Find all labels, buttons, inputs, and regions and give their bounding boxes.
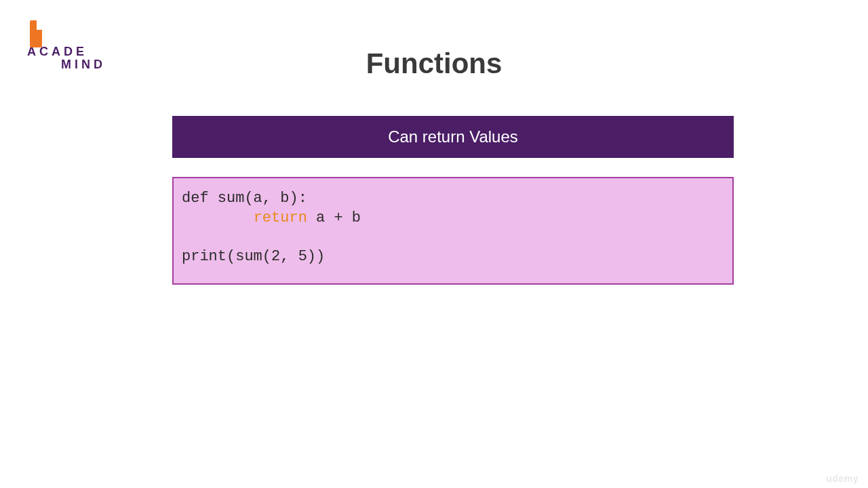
- banner-text: Can return Values: [388, 127, 518, 146]
- code-line-2-post: a + b: [307, 209, 361, 226]
- logo-text-line2: MIND: [61, 58, 106, 72]
- page-title: Functions: [366, 47, 502, 80]
- code-example: def sum(a, b): return a + b print(sum(2,…: [172, 177, 734, 285]
- logo-mark-icon: [30, 20, 42, 47]
- watermark-text: udemy: [826, 473, 859, 484]
- code-keyword-return: return: [254, 209, 307, 226]
- code-line-2-indent: [182, 209, 254, 226]
- code-line-1: def sum(a, b):: [182, 190, 307, 207]
- code-line-4: print(sum(2, 5)): [182, 248, 325, 265]
- section-banner: Can return Values: [172, 116, 734, 158]
- brand-logo: ACADE MIND: [26, 20, 106, 72]
